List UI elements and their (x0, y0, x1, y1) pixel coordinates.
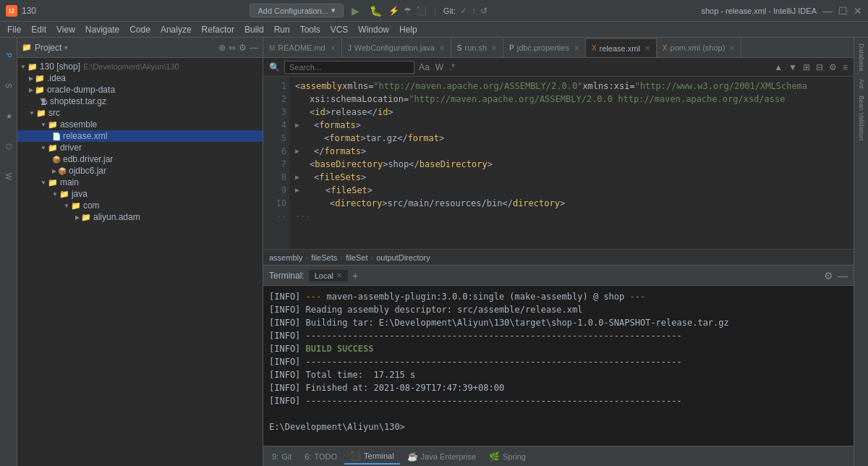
project-panel-title: Project (35, 43, 61, 53)
menu-edit[interactable]: Edit (27, 23, 51, 36)
code-line-10: <directory> src/main/resources/bin </dir… (295, 197, 848, 210)
tree-item-aliyun[interactable]: ▶ 📁 aliyun.adam (17, 211, 263, 223)
terminal-line-1: [INFO] --- maven-assembly-plugin:3.0.0:s… (269, 290, 848, 303)
minimize-button[interactable]: — (822, 5, 833, 17)
tree-item-driver[interactable]: ▼ 📁 driver (17, 142, 263, 153)
close-runsh-tab[interactable]: ✕ (491, 44, 497, 52)
close-button[interactable]: ✕ (854, 5, 862, 17)
tree-item-release-xml[interactable]: 📄 release.xml (17, 130, 263, 142)
sidebar-icon-favorites[interactable]: ★ (1, 101, 16, 130)
tree-item-com[interactable]: ▼ 📁 com (17, 200, 263, 211)
regex-button[interactable]: .* (448, 62, 456, 72)
maximize-button[interactable]: ☐ (838, 5, 848, 17)
breadcrumb-filesets[interactable]: fileSets (311, 253, 337, 262)
run-button[interactable]: ▶ (348, 3, 364, 19)
structure-button[interactable]: ⊞ (801, 62, 812, 72)
close-pom-tab[interactable]: ✕ (729, 44, 735, 52)
close-releasexml-tab[interactable]: ✕ (644, 44, 650, 52)
filter-button[interactable]: ⊟ (814, 62, 825, 72)
tree-item-oracle[interactable]: ▶ 📁 oracle-dump-data (17, 84, 263, 96)
menu-code[interactable]: Code (125, 23, 155, 36)
tree-item-ojdbc-jar[interactable]: ▶ 📦 ojdbc6.jar (17, 165, 263, 177)
close-jdbc-tab[interactable]: ✕ (574, 44, 579, 52)
tab-release-xml[interactable]: X release.xml ✕ (586, 38, 657, 57)
tab-webconfig[interactable]: J WebConfiguration.java ✕ (342, 38, 451, 57)
close-terminal-tab[interactable]: ✕ (336, 271, 342, 279)
tree-item-idea[interactable]: ▶ 📁 .idea (17, 72, 263, 84)
terminal-content[interactable]: [INFO] --- maven-assembly-plugin:3.0.0:s… (263, 286, 854, 446)
vcs-refresh-button[interactable]: ↺ (480, 6, 488, 16)
profile-button[interactable]: ⚡ (388, 6, 399, 16)
filter2-button[interactable]: ≡ (841, 62, 849, 72)
tab-jdbc[interactable]: P jdbc.properties ✕ (503, 38, 586, 57)
breadcrumb-outputdirectory[interactable]: outputDirectory (376, 253, 430, 262)
code-line-3: <id> release </id> (295, 106, 848, 119)
close-webconfig-tab[interactable]: ✕ (439, 44, 445, 52)
tab-run-sh[interactable]: S run.sh ✕ (451, 38, 503, 57)
menu-help[interactable]: Help (395, 23, 422, 36)
coverage-button[interactable]: ☂ (404, 6, 412, 16)
menu-run[interactable]: Run (270, 23, 294, 36)
tree-item-edb-jar[interactable]: 📦 edb.driver.jar (17, 153, 263, 165)
scroll-up-button[interactable]: ▲ (773, 62, 784, 72)
add-configuration-button[interactable]: Add Configuration... ▾ (250, 4, 343, 17)
tree-root[interactable]: ▼ 📁 130 [shop] E:\Development\Aliyun\130 (17, 61, 263, 72)
project-close-icon[interactable]: — (250, 43, 258, 53)
menu-analyze[interactable]: Analyze (156, 23, 196, 36)
menu-tools[interactable]: Tools (296, 23, 325, 36)
bottom-tab-git[interactable]: 9: Git (266, 450, 297, 463)
breadcrumb-fileset[interactable]: fileSet (346, 253, 368, 262)
terminal-settings-button[interactable]: ⚙ (824, 270, 833, 281)
project-panel-header: 📁 Project ▾ ⊕ ⇔ ⚙ — (17, 38, 263, 58)
search-input[interactable] (284, 61, 414, 74)
find-button[interactable]: 🔍 (268, 62, 281, 72)
git-button[interactable]: Git: (443, 7, 456, 15)
project-locate-icon[interactable]: ⊕ (218, 43, 226, 53)
stop-button[interactable]: ⬛ (416, 6, 427, 16)
sidebar-icon-structure[interactable]: S (1, 71, 16, 100)
match-case-button[interactable]: Aa (417, 62, 431, 72)
tab-readme[interactable]: M README.md ✕ (263, 38, 342, 57)
menu-vcs[interactable]: VCS (326, 23, 353, 36)
settings-editor-button[interactable]: ⚙ (827, 62, 838, 72)
right-icon-database[interactable]: Database (856, 41, 867, 75)
right-icon-bean-validation[interactable]: Bean Validation (856, 93, 867, 143)
tree-item-java[interactable]: ▼ 📁 java (17, 188, 263, 200)
menu-window[interactable]: Window (354, 23, 393, 36)
vcs-update-button[interactable]: ✓ (460, 6, 467, 16)
menu-build[interactable]: Build (240, 23, 268, 36)
menu-navigate[interactable]: Navigate (81, 23, 124, 36)
terminal-line-8: [INFO] Finished at: 2021-08-29T17:47:39+… (269, 381, 848, 394)
right-icon-ant[interactable]: Ant (856, 76, 867, 92)
menu-view[interactable]: View (52, 23, 80, 36)
bottom-tab-terminal[interactable]: ⬛ Terminal (344, 449, 400, 465)
tree-item-assemble[interactable]: ▼ 📁 assemble (17, 119, 263, 130)
terminal-minimize-button[interactable]: — (838, 270, 848, 281)
tree-item-main[interactable]: ▼ 📁 main (17, 177, 263, 188)
terminal-local-tab[interactable]: Local ✕ (309, 270, 348, 281)
sidebar-icon-project[interactable]: P (1, 41, 16, 69)
terminal-line-2: [INFO] Reading assembly descriptor: src/… (269, 303, 848, 316)
vcs-commit-button[interactable]: ↑ (472, 6, 476, 16)
close-readme-tab[interactable]: ✕ (330, 44, 336, 52)
sidebar-icon-persistence[interactable]: ⬡ (1, 132, 16, 161)
code-line-6: ▶ </formats> (295, 145, 848, 158)
breadcrumb-assembly[interactable]: assembly (269, 253, 302, 262)
add-terminal-button[interactable]: + (352, 270, 358, 281)
whole-word-button[interactable]: W (434, 62, 445, 72)
sidebar-icon-web[interactable]: W (1, 162, 16, 191)
menu-refactor[interactable]: Refactor (197, 23, 239, 36)
code-editor[interactable]: <assembly xmlns="http://maven.apache.org… (289, 77, 854, 249)
code-line-5: <format> tar.gz </format> (295, 132, 848, 145)
bottom-tab-todo[interactable]: 6: TODO (299, 450, 343, 463)
menu-file[interactable]: File (3, 23, 25, 36)
project-expand-icon[interactable]: ⇔ (229, 43, 236, 53)
bottom-tab-spring[interactable]: 🌿 Spring (483, 449, 532, 464)
debug-button[interactable]: 🐛 (368, 3, 384, 19)
project-settings-icon[interactable]: ⚙ (239, 43, 247, 53)
tab-pom-xml[interactable]: X pom.xml (shop) ✕ (657, 38, 741, 57)
tree-item-src[interactable]: ▼ 📁 src (17, 107, 263, 119)
scroll-down-button[interactable]: ▼ (787, 62, 799, 72)
tree-item-tgz[interactable]: 🗜 shoptest.tar.gz (17, 96, 263, 107)
bottom-tab-java-enterprise[interactable]: ☕ Java Enterprise (401, 449, 482, 464)
